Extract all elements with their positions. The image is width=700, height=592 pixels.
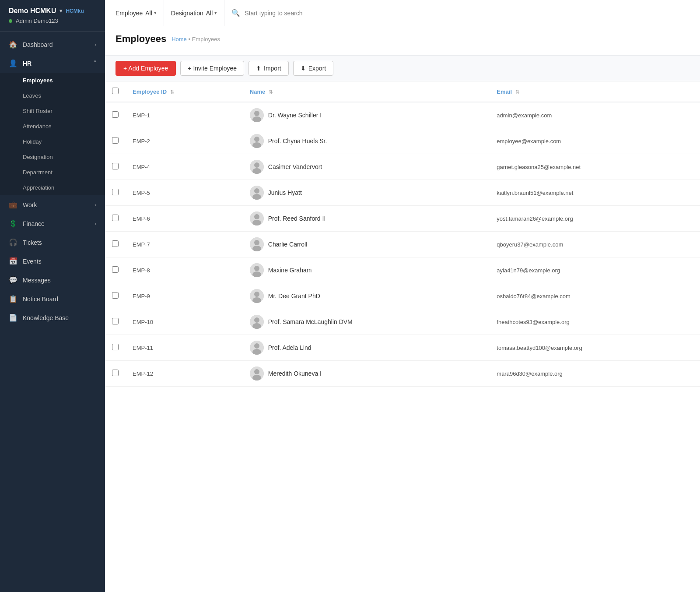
main-content: Employee All ▾ Designation All ▾ 🔍 Emplo… [105, 0, 700, 592]
brand-name[interactable]: Demo HCMKU ▾ HCMku [9, 7, 96, 15]
table-row: EMP-12 Meredith Okuneva I mara96d30@exam… [105, 361, 700, 387]
select-all-checkbox[interactable] [112, 88, 119, 94]
sort-icon: ⇅ [515, 89, 519, 95]
row-checkbox[interactable] [112, 163, 119, 169]
table-row: EMP-1 Dr. Wayne Schiller I admin@example… [105, 102, 700, 128]
sidebar-item-work[interactable]: 💼 Work › [0, 195, 105, 214]
add-employee-button[interactable]: + Add Employee [116, 61, 176, 76]
sidebar-item-events[interactable]: 📅 Events [0, 252, 105, 271]
sidebar-item-attendance[interactable]: Attendance [0, 119, 105, 134]
sidebar-item-hr[interactable]: 👤 HR ˅ [0, 54, 105, 73]
employee-name: Junius Hyatt [268, 189, 302, 196]
breadcrumb-home-link[interactable]: Home [172, 36, 187, 42]
search-input[interactable] [245, 10, 682, 17]
table-header-row: Employee ID ⇅ Name ⇅ Email ⇅ [105, 81, 700, 102]
avatar [250, 289, 264, 303]
avatar [250, 160, 264, 174]
row-checkbox-cell [105, 283, 126, 309]
sidebar-item-dashboard[interactable]: 🏠 Dashboard › [0, 35, 105, 54]
row-checkbox[interactable] [112, 318, 119, 324]
row-checkbox[interactable] [112, 137, 119, 144]
employee-name-cell: Prof. Reed Sanford II [243, 206, 490, 232]
svg-point-31 [254, 369, 259, 374]
table-header-emp-id[interactable]: Employee ID ⇅ [126, 81, 243, 102]
employee-id-cell: EMP-8 [126, 257, 243, 283]
employee-email-cell: kaitlyn.braunl51@example.net [490, 180, 700, 206]
avatar [250, 366, 264, 381]
sidebar-item-department[interactable]: Department [0, 165, 105, 180]
avatar [250, 237, 264, 251]
sidebar-header: Demo HCMKU ▾ HCMku Admin Demo123 [0, 0, 105, 32]
tickets-icon: 🎧 [9, 238, 18, 247]
table-row: EMP-2 Prof. Chyna Huels Sr. employee@exa… [105, 128, 700, 154]
sidebar-user: Admin Demo123 [9, 18, 96, 24]
brand-link[interactable]: HCMku [66, 8, 84, 14]
employee-name-cell: Prof. Chyna Huels Sr. [243, 128, 490, 154]
finance-icon: 💲 [9, 219, 18, 228]
sidebar-item-leaves[interactable]: Leaves [0, 88, 105, 103]
table-header-checkbox [105, 81, 126, 102]
designation-filter-select[interactable]: All ▾ [206, 10, 217, 17]
designation-filter-group: Designation All ▾ [164, 0, 225, 26]
table-row: EMP-11 Prof. Adela Lind tomasa.beattyd10… [105, 335, 700, 361]
avatar [250, 211, 264, 226]
row-checkbox[interactable] [112, 189, 119, 195]
sidebar-item-finance[interactable]: 💲 Finance › [0, 214, 105, 233]
employee-email-cell: qboyeru37@example.com [490, 232, 700, 257]
row-checkbox[interactable] [112, 370, 119, 376]
svg-point-10 [254, 188, 259, 194]
export-button[interactable]: ⬇ Export [293, 61, 333, 76]
employee-filter-select[interactable]: All ▾ [145, 10, 157, 17]
sidebar-item-appreciation[interactable]: Appreciation [0, 180, 105, 195]
sidebar-item-holiday[interactable]: Holiday [0, 134, 105, 149]
row-checkbox-cell [105, 335, 126, 361]
import-button[interactable]: ⬆ Import [248, 61, 289, 76]
row-checkbox[interactable] [112, 111, 119, 118]
table-header-email[interactable]: Email ⇅ [490, 81, 700, 102]
chevron-down-icon: ˅ [94, 60, 96, 67]
sidebar-item-notice-board[interactable]: 📋 Notice Board [0, 289, 105, 308]
table-header-name[interactable]: Name ⇅ [243, 81, 490, 102]
table-row: EMP-5 Junius Hyatt kaitlyn.braunl51@exam… [105, 180, 700, 206]
sidebar-item-employees[interactable]: Employees [0, 73, 105, 88]
export-label: Export [308, 65, 326, 72]
row-checkbox[interactable] [112, 215, 119, 221]
row-checkbox-cell [105, 257, 126, 283]
employee-id-cell: EMP-11 [126, 335, 243, 361]
employee-id-cell: EMP-2 [126, 128, 243, 154]
employee-email-cell: osbaldo76t84@example.com [490, 283, 700, 309]
employee-name-cell: Prof. Adela Lind [243, 335, 490, 361]
sort-icon: ⇅ [170, 89, 174, 95]
page-title: Employees [116, 33, 166, 45]
svg-point-19 [254, 266, 259, 271]
sidebar-item-designation[interactable]: Designation [0, 149, 105, 165]
sidebar-item-knowledge-base[interactable]: 📄 Knowledge Base [0, 308, 105, 327]
row-checkbox[interactable] [112, 344, 119, 350]
employee-email-cell: mara96d30@example.org [490, 361, 700, 387]
import-label: Import [264, 65, 281, 72]
sidebar-item-label: Finance [23, 220, 45, 227]
employee-filter-group: Employee All ▾ [116, 0, 164, 26]
svg-point-7 [254, 162, 259, 168]
avatar [250, 315, 264, 329]
row-checkbox-cell [105, 102, 126, 128]
sidebar-item-tickets[interactable]: 🎧 Tickets [0, 233, 105, 252]
invite-employee-button[interactable]: + Invite Employee [180, 61, 244, 76]
employee-name: Mr. Dee Grant PhD [268, 292, 320, 300]
employees-table-container: Employee ID ⇅ Name ⇅ Email ⇅ EMP-1 [105, 81, 700, 592]
row-checkbox[interactable] [112, 292, 119, 299]
employee-name-cell: Meredith Okuneva I [243, 361, 490, 387]
sidebar-nav: 🏠 Dashboard › 👤 HR ˅ Employees Leaves Sh… [0, 32, 105, 592]
employee-name: Casimer Vandervort [268, 163, 322, 170]
row-checkbox[interactable] [112, 266, 119, 273]
sidebar-item-shift-roster[interactable]: Shift Roster [0, 103, 105, 119]
sidebar-item-messages[interactable]: 💬 Messages [0, 271, 105, 289]
sidebar-item-label: Messages [23, 277, 51, 284]
avatar [250, 263, 264, 277]
sidebar: Demo HCMKU ▾ HCMku Admin Demo123 🏠 Dashb… [0, 0, 105, 592]
row-checkbox[interactable] [112, 240, 119, 247]
employee-id-cell: EMP-12 [126, 361, 243, 387]
employee-email-cell: tomasa.beattyd100@example.org [490, 335, 700, 361]
sidebar-item-label: HR [23, 60, 32, 67]
employee-name: Meredith Okuneva I [268, 370, 322, 377]
